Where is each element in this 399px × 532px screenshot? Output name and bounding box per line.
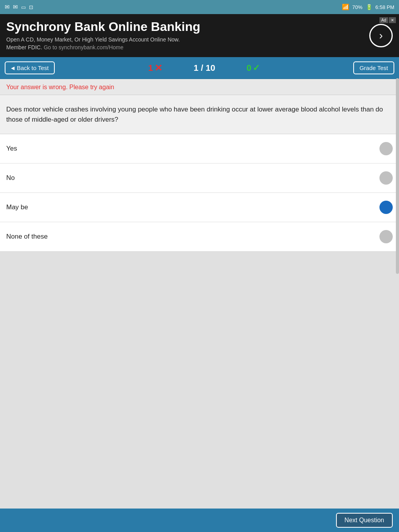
scrollbar[interactable] xyxy=(396,78,399,274)
answer-row-yes[interactable]: Yes xyxy=(0,134,399,164)
status-icons-left: ✉ ✉ ▭ ⊡ xyxy=(5,4,33,11)
ad-close-button[interactable]: ✕ xyxy=(389,17,396,23)
time-label: 6:58 PM xyxy=(376,4,394,10)
answer-label-yes: Yes xyxy=(6,145,17,153)
radio-none[interactable] xyxy=(379,230,393,243)
nav-bar: Back to Test 1 ✕ 1 / 10 0 ✓ Grade Test xyxy=(0,57,399,79)
next-question-button[interactable]: Next Question xyxy=(336,513,393,528)
nav-center: 1 ✕ 1 / 10 0 ✓ xyxy=(55,63,353,74)
answer-label-no: No xyxy=(6,174,15,182)
battery-label: 70% xyxy=(352,4,363,10)
answer-options: Yes No May be None of these xyxy=(0,134,399,251)
ad-controls: Ad ✕ xyxy=(379,17,396,23)
answer-label-none: None of these xyxy=(6,233,48,241)
ad-text: Synchrony Bank Online Banking Open A CD,… xyxy=(6,20,363,51)
ad-label: Ad xyxy=(379,17,388,23)
main-content: Your answer is wrong. Please try again D… xyxy=(0,79,399,486)
ad-title: Synchrony Bank Online Banking xyxy=(6,20,363,34)
status-bar: ✉ ✉ ▭ ⊡ 📶 70% 🔋 6:58 PM xyxy=(0,0,399,14)
radio-yes[interactable] xyxy=(379,142,393,155)
radio-maybe[interactable] xyxy=(379,201,393,214)
radio-no[interactable] xyxy=(379,171,393,185)
inbox-icon: ⊡ xyxy=(29,4,33,10)
correct-count: 0 ✓ xyxy=(246,63,260,73)
gray-area xyxy=(0,251,399,486)
wrong-x-icon: ✕ xyxy=(155,63,162,74)
wifi-icon: 📶 xyxy=(342,4,349,11)
mail-icon2: ✉ xyxy=(13,4,18,11)
ad-arrow-button[interactable]: › xyxy=(369,24,393,47)
answer-label-maybe: May be xyxy=(6,203,28,211)
grade-test-button[interactable]: Grade Test xyxy=(353,61,394,74)
answer-row-maybe[interactable]: May be xyxy=(0,193,399,222)
ad-banner: Synchrony Bank Online Banking Open A CD,… xyxy=(0,14,399,57)
correct-check-icon: ✓ xyxy=(253,63,260,73)
status-icons-right: 📶 70% 🔋 6:58 PM xyxy=(342,4,394,11)
answer-row-none[interactable]: None of these xyxy=(0,222,399,251)
answer-row-no[interactable]: No xyxy=(0,164,399,193)
battery-icon: 🔋 xyxy=(366,4,372,10)
ad-subtitle: Open A CD, Money Market, Or High Yield S… xyxy=(6,36,363,51)
question-text: Does motor vehicle crashes involving you… xyxy=(6,104,393,124)
wrong-count: 1 ✕ xyxy=(148,63,162,74)
email-icon: ✉ xyxy=(5,4,10,11)
question-area: Does motor vehicle crashes involving you… xyxy=(0,95,399,134)
screen-icon: ▭ xyxy=(21,4,26,10)
bottom-bar: Next Question xyxy=(0,509,399,532)
error-message: Your answer is wrong. Please try again xyxy=(0,79,399,95)
back-to-test-button[interactable]: Back to Test xyxy=(5,61,55,74)
question-count: 1 / 10 xyxy=(194,63,215,73)
ad-link[interactable]: Go to synchronybank.com/Home xyxy=(44,44,124,50)
